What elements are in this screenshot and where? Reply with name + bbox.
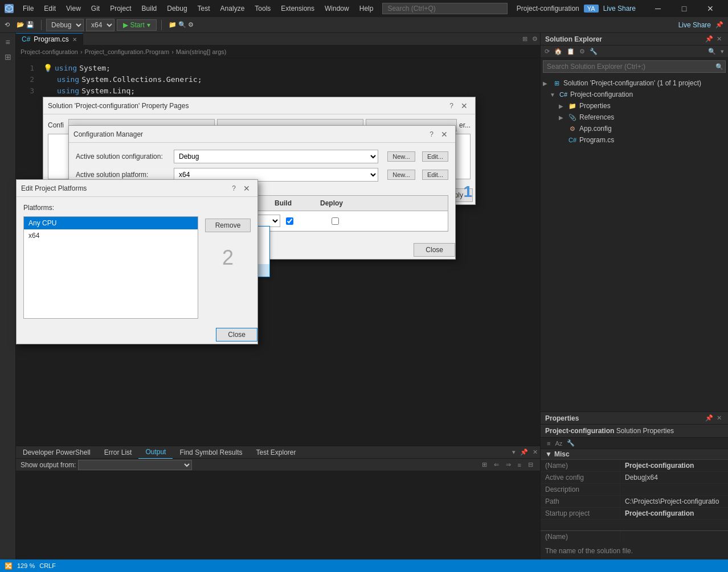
- prop-desc-text: The name of the solution file.: [541, 542, 728, 559]
- tab-developer-powershell[interactable]: Developer PowerShell: [16, 446, 97, 459]
- edit-solution-platform-button[interactable]: Edit...: [422, 170, 448, 180]
- live-share-button[interactable]: Live Share: [603, 5, 636, 13]
- menu-build[interactable]: Build: [137, 3, 162, 14]
- menu-extensions[interactable]: Extensions: [276, 3, 319, 14]
- props-alpha-btn[interactable]: Az: [553, 439, 564, 447]
- se-btn2[interactable]: 🏠: [553, 47, 564, 56]
- menu-analyze[interactable]: Analyze: [216, 3, 250, 14]
- output-toolbar-btn2[interactable]: ⇐: [492, 460, 501, 470]
- tree-references[interactable]: ▶ 📎 References: [541, 112, 728, 123]
- config-label: Confi: [48, 121, 64, 129]
- tree-properties[interactable]: ▶ 📁 Properties: [541, 100, 728, 112]
- project-expand-icon[interactable]: ▼: [550, 92, 558, 98]
- platform-list-item-any-cpu[interactable]: Any CPU: [24, 217, 198, 229]
- editor-pin-button[interactable]: ⊞: [520, 34, 530, 44]
- user-avatar[interactable]: YA: [584, 5, 599, 13]
- menu-view[interactable]: View: [62, 3, 85, 14]
- minimize-button[interactable]: ─: [645, 0, 671, 17]
- property-pages-help-icon[interactable]: ?: [449, 102, 453, 110]
- remove-button[interactable]: Remove: [205, 219, 251, 232]
- tab-test-explorer[interactable]: Test Explorer: [250, 446, 303, 459]
- se-search-btn[interactable]: 🔍: [706, 47, 718, 56]
- toolbar-file-buttons[interactable]: 📂 💾: [14, 20, 36, 30]
- title-bar-search[interactable]: [382, 3, 507, 14]
- edit-platforms-close-icon[interactable]: ✕: [240, 182, 253, 195]
- output-toolbar-btn1[interactable]: ⊞: [480, 460, 489, 470]
- output-toolbar-btn4[interactable]: ≡: [516, 460, 523, 470]
- solution-expand-icon[interactable]: ▶: [543, 80, 551, 87]
- config-manager-close-button[interactable]: ✕: [438, 128, 451, 141]
- misc-expand-icon[interactable]: ▼: [545, 450, 552, 458]
- editor-settings-button[interactable]: ⚙: [530, 34, 540, 44]
- platform-dropdown[interactable]: x64: [86, 19, 114, 31]
- menu-test[interactable]: Test: [193, 3, 215, 14]
- toolbox-icon[interactable]: ⊞: [2, 50, 14, 64]
- undo-back-button[interactable]: ⟲: [2, 20, 12, 30]
- output-panel-pin[interactable]: 📌: [518, 447, 530, 457]
- pin-button[interactable]: 📌: [713, 20, 726, 30]
- close-button[interactable]: ✕: [697, 0, 723, 17]
- se-btn5[interactable]: 🔧: [588, 47, 599, 56]
- git-branch-icon[interactable]: 🔀: [5, 562, 13, 570]
- tab-close-icon[interactable]: ✕: [72, 36, 77, 43]
- show-output-from-dropdown[interactable]: [78, 460, 192, 470]
- menu-file[interactable]: File: [18, 3, 38, 14]
- edit-platforms-help-icon[interactable]: ?: [232, 184, 236, 192]
- tab-find-symbol[interactable]: Find Symbol Results: [173, 446, 249, 459]
- references-expand-icon[interactable]: ▶: [559, 114, 567, 121]
- debug-config-dropdown[interactable]: Debug: [46, 19, 84, 31]
- se-btn3[interactable]: 📋: [565, 47, 576, 56]
- edit-platforms-dialog[interactable]: Edit Project Platforms ? ✕ Platforms: An…: [16, 179, 258, 344]
- tab-output[interactable]: Output: [138, 446, 173, 459]
- menu-help[interactable]: Help: [355, 3, 378, 14]
- tree-program-cs[interactable]: ▶ C# Program.cs: [541, 134, 728, 146]
- se-toolbar: ⟳ 🏠 📋 ⚙ 🔧 🔍 ▾: [541, 46, 728, 58]
- tree-app-config[interactable]: ▶ ⚙ App.config: [541, 123, 728, 134]
- start-button[interactable]: ▶ Start ▾: [117, 19, 157, 31]
- menu-debug[interactable]: Debug: [162, 3, 191, 14]
- references-icon: 📎: [568, 113, 577, 122]
- deploy-checkbox[interactable]: [332, 217, 339, 225]
- se-search-input[interactable]: [543, 63, 714, 71]
- props-pages-btn[interactable]: 🔧: [565, 439, 576, 447]
- platform-list-item-x64[interactable]: x64: [24, 229, 198, 242]
- output-toolbar-btn5[interactable]: ⊟: [526, 460, 535, 470]
- cm-close-button[interactable]: Close: [414, 243, 455, 257]
- new-solution-config-button[interactable]: New...: [387, 151, 415, 162]
- properties-icon: 📁: [568, 101, 577, 110]
- output-panel-close[interactable]: ✕: [530, 447, 540, 457]
- active-solution-config-select[interactable]: Debug: [174, 150, 378, 163]
- tab-error-list[interactable]: Error List: [97, 446, 139, 459]
- build-checkbox[interactable]: [286, 217, 293, 225]
- properties-expand-icon[interactable]: ▶: [559, 103, 567, 109]
- tab-program-cs[interactable]: C# Program.cs ✕: [16, 33, 83, 46]
- se-close-button[interactable]: ✕: [715, 35, 723, 43]
- start-dropdown-arrow[interactable]: ▾: [147, 21, 150, 29]
- live-share-toolbar[interactable]: Live Share: [678, 21, 711, 29]
- menu-project[interactable]: Project: [105, 3, 136, 14]
- edit-solution-config-button[interactable]: Edit...: [422, 151, 448, 162]
- config-manager-help-icon[interactable]: ?: [430, 130, 433, 138]
- tree-project[interactable]: ▼ C# Project-configuration: [541, 89, 728, 100]
- property-pages-close-button[interactable]: ✕: [458, 100, 471, 112]
- server-explorer-icon[interactable]: ≡: [3, 35, 12, 49]
- props-close-button[interactable]: ✕: [715, 414, 723, 422]
- se-btn4[interactable]: ⚙: [578, 47, 587, 56]
- toolbar-misc-buttons[interactable]: 📁 🔍 ⚙: [166, 20, 196, 30]
- restore-button[interactable]: □: [671, 0, 697, 17]
- menu-window[interactable]: Window: [320, 3, 354, 14]
- se-btn1[interactable]: ⟳: [543, 47, 551, 56]
- output-toolbar-btn3[interactable]: ⇒: [504, 460, 513, 470]
- output-panel-options[interactable]: ▾: [510, 447, 518, 457]
- se-filter-btn[interactable]: ▾: [719, 47, 726, 56]
- props-categorized-btn[interactable]: ≡: [545, 439, 552, 447]
- se-pin-button[interactable]: 📌: [704, 35, 715, 43]
- menu-tools[interactable]: Tools: [250, 3, 275, 14]
- menu-edit[interactable]: Edit: [39, 3, 60, 14]
- props-pin-button[interactable]: 📌: [704, 414, 715, 422]
- ep-close-button[interactable]: Close: [216, 328, 257, 341]
- menu-git[interactable]: Git: [87, 3, 104, 14]
- new-solution-platform-button[interactable]: New...: [387, 170, 415, 180]
- tree-solution[interactable]: ▶ ⊞ Solution 'Project-configuration' (1 …: [541, 77, 728, 89]
- se-search-icon[interactable]: 🔍: [714, 63, 725, 71]
